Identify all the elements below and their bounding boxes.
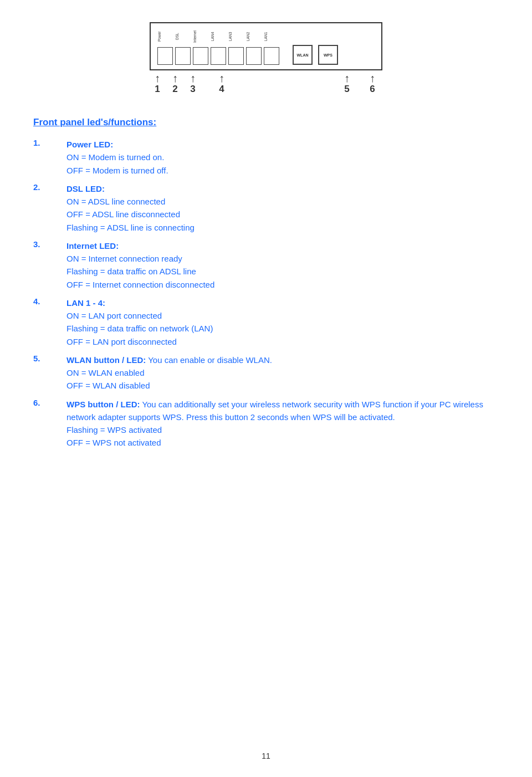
diagram-wrapper: Power DSL Internet LAN4 LAN3 LAN2 LAN1 — [33, 17, 499, 111]
item-detail-6-1: OFF = WPS not activated — [66, 436, 499, 449]
led-label-lan4: LAN4 — [211, 28, 226, 45]
led-box-dsl — [175, 47, 191, 65]
item-title-5: WLAN button / LED: — [66, 355, 146, 365]
item-detail-4-2: OFF = LAN port disconnected — [66, 335, 499, 348]
item-content-2: DSL LED: ON = ADSL line connected OFF = … — [66, 182, 499, 234]
item-title-3: Internet LED: — [66, 241, 119, 251]
arrow-4: ↑ 4 — [214, 73, 229, 95]
led-label-dsl: DSL — [175, 28, 191, 45]
list-item-2: 2. DSL LED: ON = ADSL line connected OFF… — [33, 182, 499, 234]
item-content-5: WLAN button / LED: You can enable or dis… — [66, 354, 499, 392]
item-detail-5-1: OFF = WLAN disabled — [66, 379, 499, 392]
led-box-internet — [193, 47, 208, 65]
leds-area: Power DSL Internet LAN4 LAN3 LAN2 LAN1 — [157, 28, 279, 65]
led-boxes-row — [157, 47, 279, 65]
led-label-lan3: LAN3 — [228, 28, 244, 45]
item-detail-4-0: ON = LAN port connected — [66, 309, 499, 322]
item-detail-2-1: OFF = ADSL line disconnected — [66, 208, 499, 221]
led-box-lan4 — [211, 47, 226, 65]
item-detail-6-0: Flashing = WPS activated — [66, 423, 499, 436]
list-item-3: 3. Internet LED: ON = Internet connectio… — [33, 239, 499, 291]
item-content-1: Power LED: ON = Modem is turned on. OFF … — [66, 138, 499, 177]
num-2: 2 — [172, 84, 177, 95]
item-content-4: LAN 1 - 4: ON = LAN port connected Flash… — [66, 297, 499, 348]
item-title-2: DSL LED: — [66, 184, 105, 193]
list-item-4: 4. LAN 1 - 4: ON = LAN port connected Fl… — [33, 297, 499, 348]
page-content: Power DSL Internet LAN4 LAN3 LAN2 LAN1 — [0, 0, 532, 488]
item-detail-1-1: OFF = Modem is turned off. — [66, 164, 499, 177]
item-detail-1-0: ON = Modem is turned on. — [66, 151, 499, 163]
item-detail-4-1: Flashing = data traffic on network (LAN) — [66, 322, 499, 335]
item-detail-3-1: Flashing = data traffic on ADSL line — [66, 265, 499, 278]
item-detail-3-0: ON = Internet connection ready — [66, 252, 499, 265]
num-3: 3 — [190, 84, 195, 95]
led-label-lan2: LAN2 — [246, 28, 262, 45]
arrows-section: ↑ 1 ↑ 2 ↑ 3 ↑ 4 — [150, 73, 382, 95]
led-label-internet: Internet — [193, 28, 208, 45]
item-number-2: 2. — [33, 182, 66, 234]
diagram-container: Power DSL Internet LAN4 LAN3 LAN2 LAN1 — [150, 22, 382, 95]
item-title-6: WPS button / LED: — [66, 400, 140, 409]
num-6: 6 — [370, 84, 375, 95]
list-item-6: 6. WPS button / LED: You can additionall… — [33, 398, 499, 449]
arrow-6: ↑ 6 — [362, 73, 382, 95]
led-box-lan3 — [228, 47, 244, 65]
arrow-up-5: ↑ — [344, 73, 350, 84]
item-number-5: 5. — [33, 354, 66, 392]
item-number-3: 3. — [33, 239, 66, 291]
page-number: 11 — [0, 752, 532, 760]
item-title-4: LAN 1 - 4: — [66, 298, 105, 308]
arrow-up-1: ↑ — [155, 73, 160, 84]
wlan-button-diagram: WLAN — [293, 45, 313, 65]
num-4: 4 — [219, 84, 224, 95]
wps-button-diagram: WPS — [318, 45, 338, 65]
arrow-up-3: ↑ — [190, 73, 196, 84]
wps-label: WPS — [324, 53, 332, 57]
num-1: 1 — [155, 84, 160, 95]
left-arrows: ↑ 1 ↑ 2 ↑ 3 ↑ 4 — [150, 73, 232, 95]
wlan-label: WLAN — [297, 53, 309, 57]
arrow-3: ↑ 3 — [185, 73, 201, 95]
led-labels-row: Power DSL Internet LAN4 LAN3 LAN2 LAN1 — [157, 28, 279, 45]
item-content-3: Internet LED: ON = Internet connection r… — [66, 239, 499, 291]
arrow-up-4: ↑ — [219, 73, 224, 84]
item-detail-3-2: OFF = Internet connection disconnected — [66, 278, 499, 291]
list-item-1: 1. Power LED: ON = Modem is turned on. O… — [33, 138, 499, 177]
router-box: Power DSL Internet LAN4 LAN3 LAN2 LAN1 — [150, 22, 382, 70]
led-list: 1. Power LED: ON = Modem is turned on. O… — [33, 138, 499, 449]
item-detail-5-0: ON = WLAN enabled — [66, 366, 499, 379]
item-detail-2-2: Flashing = ADSL line is connecting — [66, 221, 499, 234]
led-label-lan1: LAN1 — [264, 28, 279, 45]
side-buttons: WLAN WPS — [293, 45, 338, 65]
arrow-1: ↑ 1 — [150, 73, 165, 95]
item-title-1: Power LED: — [66, 140, 113, 149]
led-box-lan1 — [264, 47, 279, 65]
led-box-power — [157, 47, 173, 65]
num-5: 5 — [344, 84, 349, 95]
section-title: Front panel led's/functions: — [33, 117, 499, 128]
item-number-6: 6. — [33, 398, 66, 449]
item-number-4: 4. — [33, 297, 66, 348]
arrow-up-6: ↑ — [370, 73, 375, 84]
item-content-6: WPS button / LED: You can additionally s… — [66, 398, 499, 449]
led-box-lan2 — [246, 47, 262, 65]
arrow-2: ↑ 2 — [167, 73, 183, 95]
arrow-5: ↑ 5 — [337, 73, 357, 95]
right-arrows: ↑ 5 ↑ 6 — [337, 73, 382, 95]
list-item-5: 5. WLAN button / LED: You can enable or … — [33, 354, 499, 392]
item-title-suffix-5: You can enable or disable WLAN. — [146, 355, 272, 365]
led-label-power: Power — [157, 28, 173, 45]
arrow-up-2: ↑ — [172, 73, 178, 84]
item-detail-2-0: ON = ADSL line connected — [66, 195, 499, 208]
item-number-1: 1. — [33, 138, 66, 177]
